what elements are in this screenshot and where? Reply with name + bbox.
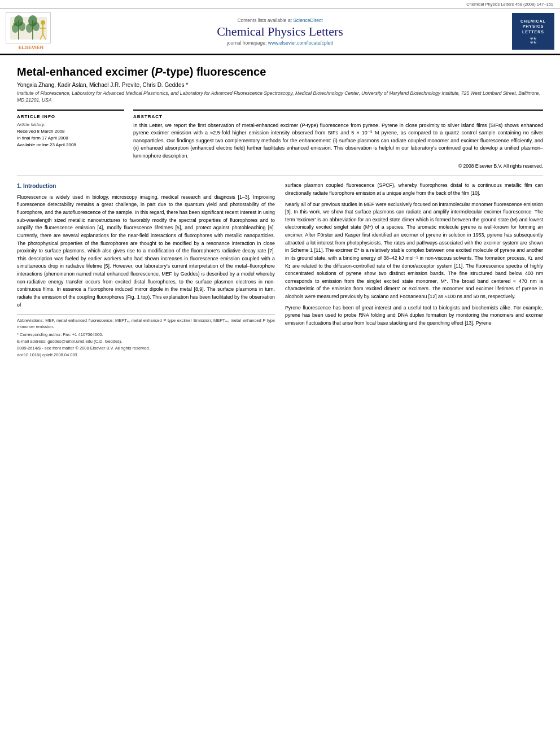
right-para1: surface plasmon coupled fluorescence (SP… [285,182,543,197]
article-info-box: ARTICLE INFO Article history: Received 8… [17,110,124,148]
footnote-abbreviations: Abbreviations: MEF, metal enhanced fluor… [17,317,275,330]
journal-title: Chemical Physics Letters [56,24,504,39]
body-column-left: 1. Introduction Fluorescence is widely u… [17,182,275,358]
svg-point-10 [41,20,45,25]
section-divider [17,176,543,176]
footnote-email: E-mail address: geddes@umbi.umd.edu (C.D… [17,338,275,344]
available-online-date: Available online 23 April 2008 [17,142,124,148]
right-para3: Pyrene fluorescence has been of great in… [285,304,543,327]
footnotes: Abbreviations: MEF, metal enhanced fluor… [17,314,275,359]
body-column-right: surface plasmon coupled fluorescence (SP… [285,182,543,358]
svg-point-8 [26,24,33,33]
history-label: Article history: [17,122,124,127]
footnote-doi: doi:10.1016/j.cplett.2008.04.083 [17,352,275,358]
article-title: Metal-enhanced excimer (P-type) fluoresc… [17,65,543,78]
svg-point-9 [33,22,40,31]
sciencedirect-line: Contents lists available at ScienceDirec… [56,18,504,23]
final-form-date: In final form 17 April 2008 [17,135,124,141]
abstract-text: In this Letter, we report the first obse… [133,122,543,160]
copyright-line: © 2008 Elsevier B.V. All rights reserved… [133,163,543,169]
authors: Yongxia Zhang, Kadir Aslan, Michael J.R.… [17,82,543,88]
citation-text: Chemical Physics Letters 458 (2008) 147–… [466,2,553,7]
svg-point-5 [19,22,25,31]
abstract-box: ABSTRACT In this Letter, we report the f… [133,110,543,169]
footnote-license: 0009-2614/$ - see front matter © 2008 El… [17,345,275,351]
received-date: Received 8 March 2008 [17,128,124,134]
intro-para1: Fluorescence is widely used in biology, … [17,194,275,309]
journal-center: Contents lists available at ScienceDirec… [56,18,504,46]
section1-title: 1. Introduction [17,182,275,191]
journal-logo-right: CHEMICALPHYSICSLETTERS ☯ ☯ ☯ ☯ [504,13,554,50]
footnote-corresponding: * Corresponding author. Fax: +1 41070646… [17,331,275,338]
journal-homepage: journal homepage: www.elsevier.com/locat… [56,40,504,46]
affiliation: Institute of Fluorescence, Laboratory fo… [17,90,543,104]
journal-logo-box: CHEMICALPHYSICSLETTERS ☯ ☯ ☯ ☯ [512,13,554,50]
right-para2: Nearly all of our previous studies in ME… [285,201,543,301]
abstract-heading: ABSTRACT [133,114,543,119]
svg-point-4 [12,24,19,33]
elsevier-wordmark: ELSEVIER [6,45,56,50]
article-info-heading: ARTICLE INFO [17,114,124,119]
elsevier-logo: 🌿 ELSEVIER [6,12,56,50]
